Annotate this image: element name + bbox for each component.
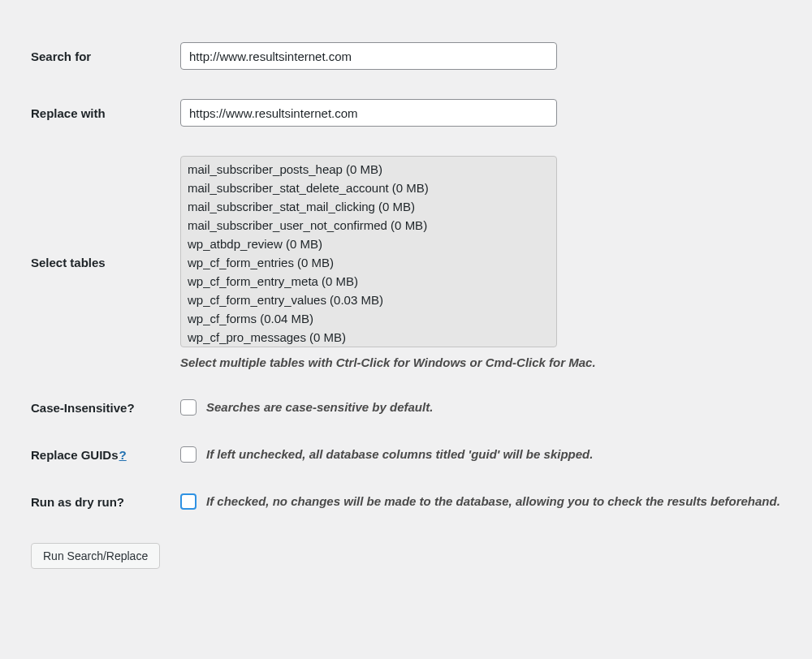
case-insensitive-desc: Searches are case-sensitive by default.	[206, 398, 433, 416]
table-option[interactable]: wp_cf_form_entry_values (0.03 MB)	[188, 291, 550, 309]
table-option[interactable]: wp_cf_form_entries (0 MB)	[188, 253, 550, 272]
table-option[interactable]: mail_subscriber_stat_delete_account (0 M…	[188, 179, 550, 197]
replace-guids-text: Replace GUIDs	[31, 448, 119, 462]
replace-guids-label: Replace GUIDs?	[31, 431, 180, 478]
table-option[interactable]: wp_atbdp_review (0 MB)	[188, 235, 550, 253]
dry-run-checkbox[interactable]	[180, 493, 197, 510]
search-for-input[interactable]	[180, 42, 557, 70]
select-tables-label: Select tables	[31, 141, 180, 384]
run-search-replace-button[interactable]: Run Search/Replace	[31, 543, 160, 569]
dry-run-desc: If checked, no changes will be made to t…	[206, 493, 780, 510]
table-option[interactable]: wp_cf_pro_messages (0 MB)	[188, 328, 550, 347]
table-option[interactable]: wp_cf_forms (0.04 MB)	[188, 309, 550, 328]
tables-hint: Select multiple tables with Ctrl-Click f…	[180, 355, 788, 369]
replace-guids-help-link[interactable]: ?	[119, 448, 127, 462]
search-for-label: Search for	[31, 28, 180, 84]
table-option[interactable]: mail_subscriber_posts_heap (0 MB)	[188, 160, 550, 179]
replace-with-label: Replace with	[31, 84, 180, 141]
tables-multiselect[interactable]: mail_subscriber_posts_heap (0 MB)mail_su…	[180, 156, 557, 347]
dry-run-label: Run as dry run?	[31, 478, 180, 525]
table-option[interactable]: mail_subscriber_stat_mail_clicking (0 MB…	[188, 197, 550, 216]
replace-with-input[interactable]	[180, 99, 557, 127]
case-insensitive-checkbox[interactable]	[180, 399, 197, 416]
replace-guids-desc: If left unchecked, all database columns …	[206, 446, 593, 463]
replace-guids-checkbox[interactable]	[180, 446, 197, 463]
table-option[interactable]: wp_cf_form_entry_meta (0 MB)	[188, 272, 550, 291]
case-insensitive-label: Case-Insensitive?	[31, 384, 180, 431]
table-option[interactable]: mail_subscriber_user_not_confirmed (0 MB…	[188, 216, 550, 235]
